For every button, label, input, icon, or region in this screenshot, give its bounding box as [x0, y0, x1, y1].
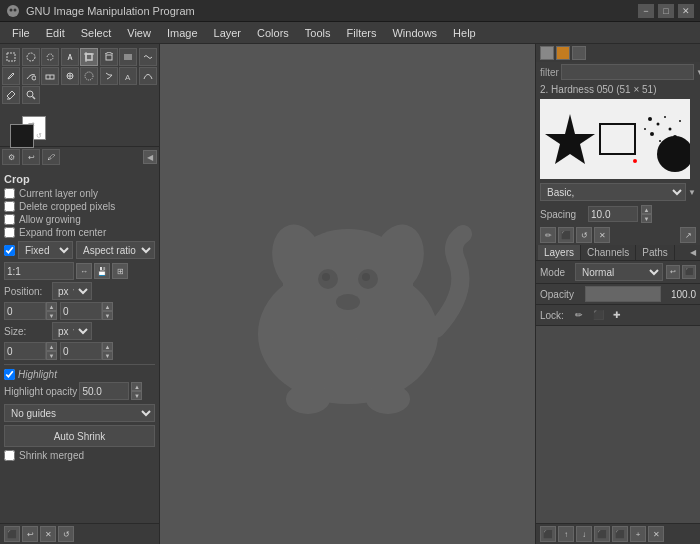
- auto-shrink-button[interactable]: Auto Shrink: [4, 425, 155, 447]
- spacing-input[interactable]: [588, 206, 638, 222]
- pos-y-input[interactable]: [60, 302, 102, 320]
- foreground-color[interactable]: [10, 124, 34, 148]
- brush-refresh-button[interactable]: ↺: [576, 227, 592, 243]
- ratio-flip-button[interactable]: ↔: [76, 263, 92, 279]
- lock-position-button[interactable]: ✚: [609, 307, 625, 323]
- canvas-area[interactable]: [160, 44, 535, 544]
- menu-colors[interactable]: Colors: [249, 25, 297, 41]
- size-y-down[interactable]: ▼: [102, 351, 113, 360]
- menu-image[interactable]: Image: [159, 25, 206, 41]
- menu-layer[interactable]: Layer: [206, 25, 250, 41]
- brush-add-button[interactable]: ↗: [680, 227, 696, 243]
- tool-text[interactable]: A: [119, 67, 137, 85]
- delete-cropped-checkbox[interactable]: [4, 201, 15, 212]
- brush-delete-button[interactable]: ✕: [594, 227, 610, 243]
- pos-y-up[interactable]: ▲: [102, 302, 113, 311]
- menu-tools[interactable]: Tools: [297, 25, 339, 41]
- guides-select[interactable]: No guides: [4, 404, 155, 422]
- new-layer-group-button[interactable]: ⬛: [540, 526, 556, 542]
- delete-layer-button[interactable]: ✕: [648, 526, 664, 542]
- tool-zoom[interactable]: [22, 86, 40, 104]
- maximize-button[interactable]: □: [658, 4, 674, 18]
- menu-edit[interactable]: Edit: [38, 25, 73, 41]
- menu-select[interactable]: Select: [73, 25, 120, 41]
- lock-pixels-button[interactable]: ✏: [571, 307, 587, 323]
- tool-warp[interactable]: [139, 48, 157, 66]
- tool-eraser[interactable]: [41, 67, 59, 85]
- merge-layer-button[interactable]: ⬛: [612, 526, 628, 542]
- layers-list[interactable]: [536, 326, 700, 523]
- fixed-select[interactable]: Fixed: [18, 241, 73, 259]
- reset-button[interactable]: ↺: [58, 526, 74, 542]
- highlight-opacity-input[interactable]: [79, 382, 129, 400]
- delete-button[interactable]: ✕: [40, 526, 56, 542]
- tool-clone[interactable]: [61, 67, 79, 85]
- undo-history-tab[interactable]: ↩: [22, 149, 40, 165]
- channels-tab[interactable]: Channels: [581, 245, 636, 260]
- brush-swatch-2[interactable]: [556, 46, 570, 60]
- brush-swatch-3[interactable]: [572, 46, 586, 60]
- menu-help[interactable]: Help: [445, 25, 484, 41]
- opacity-slider[interactable]: [585, 286, 661, 302]
- shrink-merged-checkbox[interactable]: [4, 450, 15, 461]
- pos-x-down[interactable]: ▼: [46, 311, 57, 320]
- brush-swatch-1[interactable]: [540, 46, 554, 60]
- device-status-tab[interactable]: 🖊: [42, 149, 60, 165]
- restore-defaults-icon[interactable]: ⬛: [4, 526, 20, 542]
- minimize-button[interactable]: −: [638, 4, 654, 18]
- tool-paths[interactable]: [139, 67, 157, 85]
- lock-alpha-button[interactable]: ⬛: [590, 307, 606, 323]
- move-layer-up-button[interactable]: ↑: [558, 526, 574, 542]
- allow-growing-checkbox[interactable]: [4, 214, 15, 225]
- current-layer-checkbox[interactable]: [4, 188, 15, 199]
- brush-edit-button[interactable]: ✏: [540, 227, 556, 243]
- brush-filter-input[interactable]: [561, 64, 694, 80]
- tool-smudge[interactable]: [100, 67, 118, 85]
- aspect-ratio-select[interactable]: Aspect ratio: [76, 241, 155, 259]
- pos-x-input[interactable]: [4, 302, 46, 320]
- brush-dropdown-arrow[interactable]: ▼: [696, 68, 700, 77]
- tool-pencil[interactable]: [2, 67, 20, 85]
- size-x-down[interactable]: ▼: [46, 351, 57, 360]
- close-button[interactable]: ✕: [678, 4, 694, 18]
- new-layer-button[interactable]: +: [630, 526, 646, 542]
- highlight-checkbox[interactable]: [4, 369, 15, 380]
- panel-expand-button[interactable]: ◀: [143, 150, 157, 164]
- menu-filters[interactable]: Filters: [339, 25, 385, 41]
- tool-lasso[interactable]: [41, 48, 59, 66]
- size-x-input[interactable]: [4, 342, 46, 360]
- ratio-clear-button[interactable]: ⊞: [112, 263, 128, 279]
- size-y-up[interactable]: ▲: [102, 342, 113, 351]
- mode-select[interactable]: Normal: [575, 263, 663, 281]
- move-layer-down-button[interactable]: ↓: [576, 526, 592, 542]
- menu-view[interactable]: View: [119, 25, 159, 41]
- color-reset-icon[interactable]: ↺: [36, 132, 42, 140]
- opacity-down[interactable]: ▼: [131, 391, 142, 400]
- tool-transform[interactable]: [100, 48, 118, 66]
- menu-file[interactable]: File: [4, 25, 38, 41]
- brush-duplicate-button[interactable]: ⬛: [558, 227, 574, 243]
- pos-x-up[interactable]: ▲: [46, 302, 57, 311]
- layers-expand-button[interactable]: ◀: [688, 246, 698, 259]
- menu-windows[interactable]: Windows: [384, 25, 445, 41]
- pos-y-down[interactable]: ▼: [102, 311, 113, 320]
- brush-type-select[interactable]: Basic,: [540, 183, 686, 201]
- undo-button[interactable]: ↩: [22, 526, 38, 542]
- size-unit-select[interactable]: px ▼: [52, 322, 92, 340]
- expand-from-center-checkbox[interactable]: [4, 227, 15, 238]
- fixed-checkbox[interactable]: [4, 245, 15, 256]
- tool-align[interactable]: [119, 48, 137, 66]
- opacity-up[interactable]: ▲: [131, 382, 142, 391]
- duplicate-layer-button[interactable]: ⬛: [594, 526, 610, 542]
- tool-blur[interactable]: [80, 67, 98, 85]
- size-y-input[interactable]: [60, 342, 102, 360]
- paths-tab[interactable]: Paths: [636, 245, 675, 260]
- ratio-input[interactable]: [4, 262, 74, 280]
- tool-color-picker[interactable]: [2, 86, 20, 104]
- spacing-up[interactable]: ▲: [641, 205, 652, 214]
- mode-icon-2[interactable]: ⬛: [682, 265, 696, 279]
- tool-crop[interactable]: [80, 48, 98, 66]
- tool-fuzzy-select[interactable]: [61, 48, 79, 66]
- size-x-up[interactable]: ▲: [46, 342, 57, 351]
- tool-paint-bucket[interactable]: [22, 67, 40, 85]
